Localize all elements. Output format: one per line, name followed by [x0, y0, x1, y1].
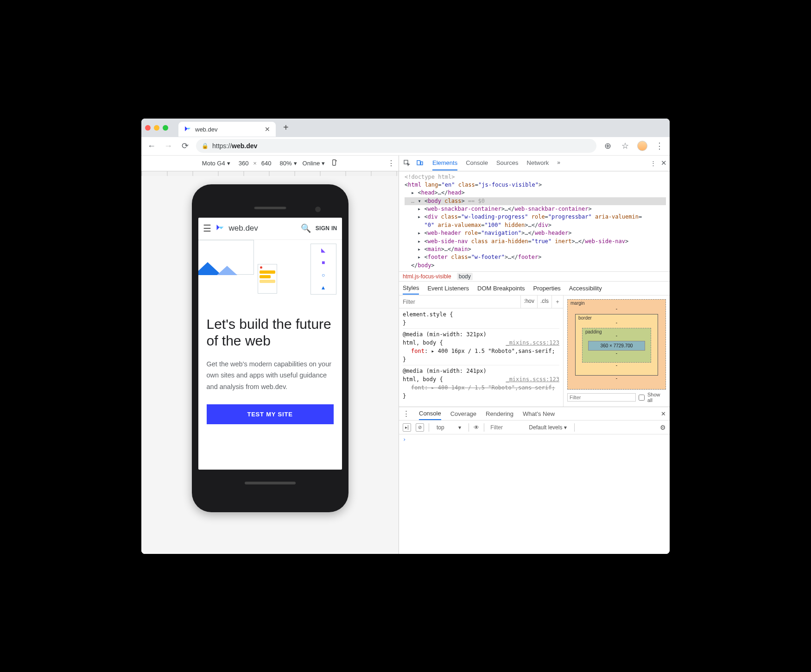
drawer-tab-whatsnew[interactable]: What's New — [523, 408, 555, 420]
drawer-tabs: ⋮ Console Coverage Rendering What's New … — [399, 407, 670, 421]
console-context-select[interactable]: top ▾ — [434, 423, 464, 432]
lock-icon: 🔒 — [202, 143, 209, 149]
dom-line[interactable]: ▸ <web-snackbar-container>…</web-snackba… — [405, 205, 666, 213]
tab-sources[interactable]: Sources — [496, 156, 519, 170]
dom-line[interactable]: ▸ <web-side-nav class aria-hidden="true"… — [405, 238, 666, 245]
box-padding-label: padding — [585, 329, 602, 334]
minimize-window-icon[interactable] — [154, 125, 159, 131]
drawer-tab-console[interactable]: Console — [419, 408, 441, 420]
home-bar-icon — [245, 482, 296, 484]
devtools-tabs: Elements Console Sources Network » — [432, 156, 560, 170]
live-expression-icon[interactable]: 👁 — [474, 424, 479, 431]
device-select[interactable]: Moto G4 ▾ — [202, 160, 230, 167]
profile-avatar[interactable] — [637, 141, 647, 151]
css-rule[interactable]: @media (min-width: 241px) html, body {_m… — [403, 365, 559, 400]
install-icon[interactable]: ⊕ — [602, 140, 613, 151]
dom-body-selected[interactable]: … ▾ <body class> == $0 — [405, 197, 666, 205]
styles-rules[interactable]: element.style {} @media (min-width: 321p… — [399, 308, 563, 407]
new-tab-button[interactable]: + — [283, 122, 289, 133]
device-width-input[interactable] — [236, 160, 252, 167]
ruler — [141, 171, 399, 176]
tab-properties[interactable]: Properties — [533, 283, 561, 294]
device-height-input[interactable] — [259, 160, 274, 167]
styles-filter-input[interactable] — [399, 295, 520, 308]
inspect-icon[interactable] — [402, 158, 412, 168]
dom-html[interactable]: <html lang="en" class="js-focus-visible"… — [405, 181, 666, 189]
back-button[interactable]: ← — [146, 140, 157, 151]
computed-filter-row: Show all — [567, 389, 666, 403]
console-levels-select[interactable]: Default levels ▾ — [526, 423, 570, 432]
show-all-checkbox[interactable] — [639, 395, 645, 401]
sign-in-button[interactable]: SIGN IN — [316, 225, 337, 232]
console-output[interactable]: › — [399, 434, 670, 553]
dom-head[interactable]: ▸ <head>…</head> — [405, 189, 666, 197]
bar-icon — [260, 280, 275, 283]
dom-tree[interactable]: <!doctype html> <html lang="en" class="j… — [399, 171, 670, 272]
cls-toggle[interactable]: .cls — [537, 295, 551, 308]
throttling-select[interactable]: Online ▾ — [303, 160, 325, 167]
site-brand: web.dev — [229, 224, 258, 233]
svg-rect-0 — [333, 160, 336, 165]
dom-line[interactable]: ▸ <div class="w-loading-progress" role="… — [405, 213, 666, 229]
drawer-tab-rendering[interactable]: Rendering — [486, 408, 513, 420]
console-sidebar-icon[interactable]: ▸| — [403, 423, 411, 432]
hov-toggle[interactable]: :hov — [520, 295, 537, 308]
dom-line[interactable]: ▸ <footer class="w-footer">…</footer> — [405, 253, 666, 261]
tab-network[interactable]: Network — [527, 156, 549, 170]
hamburger-icon[interactable]: ☰ — [203, 223, 211, 234]
search-icon[interactable]: 🔍 — [301, 223, 311, 233]
cta-button[interactable]: TEST MY SITE — [207, 404, 334, 424]
dom-doctype: <!doctype html> — [405, 173, 666, 181]
devtools-pane: Elements Console Sources Network » ⋮ ✕ <… — [399, 156, 670, 554]
dom-line[interactable]: ▸ <web-header role="navigation">…</web-h… — [405, 229, 666, 237]
close-tab-icon[interactable]: ✕ — [265, 126, 270, 133]
browser-tab[interactable]: web.dev ✕ — [178, 122, 276, 137]
tab-title: web.dev — [195, 126, 217, 133]
more-tabs-icon[interactable]: » — [557, 156, 560, 170]
drawer-menu-icon[interactable]: ⋮ — [403, 407, 410, 420]
zoom-select[interactable]: 80% ▾ — [280, 160, 297, 167]
phone-frame: ☰ web.dev 🔍 SIGN IN — [192, 184, 348, 512]
box-model[interactable]: margin - border - padding - 360 × 7729.7… — [567, 299, 666, 389]
drawer-close-icon[interactable]: ✕ — [661, 408, 666, 420]
console-settings-icon[interactable]: ⚙ — [660, 424, 666, 431]
computed-filter-input[interactable] — [567, 393, 636, 402]
illus-card: ◣ ■ ○ ▲ — [310, 244, 336, 295]
device-toolbar-menu-icon[interactable]: ⋮ — [387, 159, 395, 168]
speaker-icon — [254, 207, 286, 209]
tab-dom-breakpoints[interactable]: DOM Breakpoints — [477, 283, 525, 294]
tab-favicon-icon — [184, 125, 191, 134]
forward-button[interactable]: → — [163, 140, 174, 151]
new-rule-icon[interactable]: ＋ — [551, 295, 563, 308]
tab-accessibility[interactable]: Accessibility — [569, 283, 602, 294]
dom-line[interactable]: ▸ <main>…</main> — [405, 245, 666, 253]
dom-breadcrumb[interactable]: html.js-focus-visible body — [399, 271, 670, 282]
browser-toolbar: ← → ⟳ 🔒 https://web.dev ⊕ ☆ ⋮ — [141, 137, 670, 156]
close-window-icon[interactable] — [145, 125, 151, 131]
device-dimensions: × — [236, 160, 274, 167]
reload-button[interactable]: ⟳ — [179, 140, 190, 151]
device-mode-icon[interactable] — [415, 158, 425, 168]
bookmark-icon[interactable]: ☆ — [620, 140, 631, 151]
element-style[interactable]: element.style {} — [403, 310, 559, 327]
drawer-tab-coverage[interactable]: Coverage — [450, 408, 476, 420]
tab-styles[interactable]: Styles — [403, 282, 419, 295]
tab-event-listeners[interactable]: Event Listeners — [427, 283, 469, 294]
devtools-toolbar: Elements Console Sources Network » ⋮ ✕ — [399, 156, 670, 171]
maximize-window-icon[interactable] — [163, 125, 168, 131]
bar-icon — [260, 275, 271, 278]
address-bar[interactable]: 🔒 https://web.dev — [196, 139, 596, 153]
rotate-icon[interactable] — [330, 159, 338, 168]
emulated-screen[interactable]: ☰ web.dev 🔍 SIGN IN — [198, 218, 342, 470]
clear-console-icon[interactable]: ⊘ — [416, 423, 424, 432]
console-filter-input[interactable] — [489, 423, 521, 432]
crumb-selected[interactable]: body — [457, 273, 473, 280]
devtools-menu-icon[interactable]: ⋮ — [650, 160, 656, 167]
css-rule[interactable]: @media (min-width: 321px) html, body {_m… — [403, 328, 559, 364]
devtools-close-icon[interactable]: ✕ — [661, 159, 667, 167]
crumb-root[interactable]: html.js-focus-visible — [403, 273, 451, 280]
tab-elements[interactable]: Elements — [432, 156, 457, 170]
illus-phone — [258, 264, 277, 294]
tab-console[interactable]: Console — [466, 156, 488, 170]
chrome-menu-icon[interactable]: ⋮ — [654, 140, 665, 151]
